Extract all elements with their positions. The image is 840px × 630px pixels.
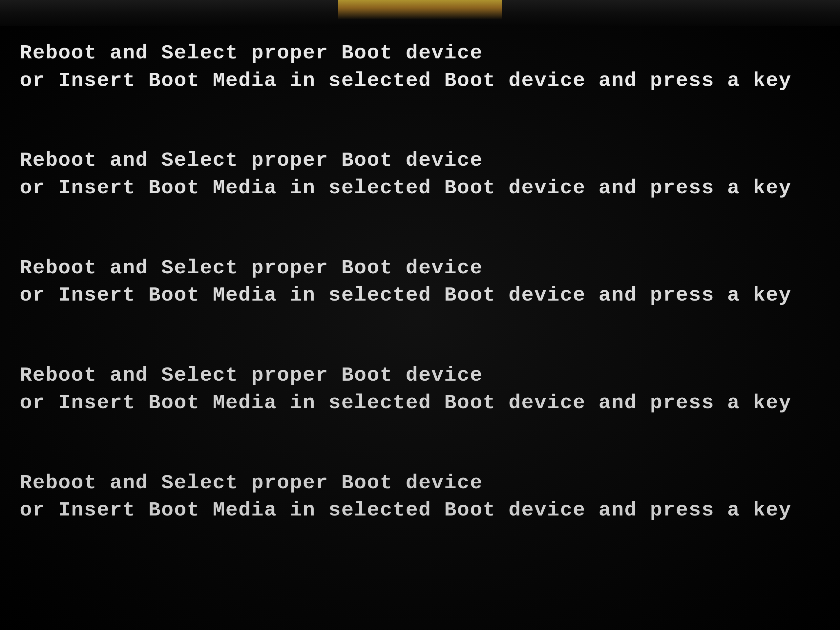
- boot-line-2-1: Reboot and Select proper Boot device: [20, 147, 820, 174]
- boot-line-3-1: Reboot and Select proper Boot device: [20, 254, 820, 282]
- boot-message-group-5: Reboot and Select proper Boot deviceor I…: [20, 469, 820, 524]
- boot-message-group-1: Reboot and Select proper Boot deviceor I…: [20, 39, 820, 94]
- boot-line-1-1: Reboot and Select proper Boot device: [20, 39, 820, 67]
- boot-line-4-1: Reboot and Select proper Boot device: [20, 362, 820, 389]
- boot-message-group-4: Reboot and Select proper Boot deviceor I…: [20, 362, 820, 416]
- boot-line-2-2: or Insert Boot Media in selected Boot de…: [20, 174, 820, 202]
- boot-line-3-2: or Insert Boot Media in selected Boot de…: [20, 281, 820, 309]
- boot-line-5-1: Reboot and Select proper Boot device: [20, 469, 820, 497]
- boot-message-group-3: Reboot and Select proper Boot deviceor I…: [20, 254, 820, 309]
- boot-message-group-2: Reboot and Select proper Boot deviceor I…: [20, 147, 820, 202]
- top-right-reflection: [742, 0, 840, 26]
- boot-line-5-2: or Insert Boot Media in selected Boot de…: [20, 496, 820, 524]
- boot-messages-container: Reboot and Select proper Boot deviceor I…: [0, 39, 840, 524]
- boot-line-1-2: or Insert Boot Media in selected Boot de…: [20, 67, 820, 95]
- boot-line-4-2: or Insert Boot Media in selected Boot de…: [20, 389, 820, 417]
- top-bar: [0, 0, 840, 26]
- bios-screen: Reboot and Select proper Boot deviceor I…: [0, 0, 840, 630]
- top-light-reflection: [338, 0, 502, 20]
